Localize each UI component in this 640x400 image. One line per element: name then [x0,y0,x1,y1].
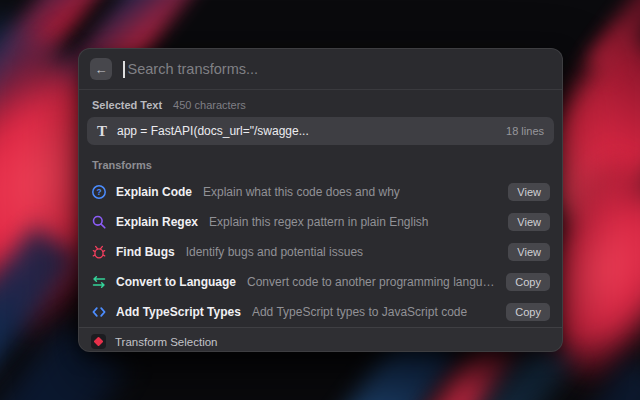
app-logo-icon [91,334,106,349]
transform-title: Explain Regex [116,215,198,229]
character-count: 450 characters [173,99,246,111]
swap-arrows-icon [91,274,107,290]
transform-title: Convert to Language [116,275,236,289]
transform-row-find-bugs[interactable]: Find Bugs Identify bugs and potential is… [79,237,562,267]
svg-text:?: ? [96,187,101,197]
transforms-section-header: Transforms [79,147,562,177]
palette-footer: Transform Selection [79,327,562,352]
view-button[interactable]: View [508,213,550,231]
section-label: Selected Text [92,99,162,111]
transform-description: Explain this regex pattern in plain Engl… [209,215,428,229]
view-button[interactable]: View [508,183,550,201]
footer-title: Transform Selection [115,336,217,348]
transform-title: Find Bugs [116,245,175,259]
question-circle-icon: ? [91,184,107,200]
wallpaper-streak [560,357,640,400]
bug-icon [91,244,107,260]
command-palette: ← Search transforms... Selected Text 450… [78,48,563,352]
section-label: Transforms [92,159,152,171]
transform-row-convert-language[interactable]: Convert to Language Convert code to anot… [79,267,562,297]
back-arrow-icon: ← [95,63,108,76]
copy-button[interactable]: Copy [506,303,550,321]
selected-text-row[interactable]: T app = FastAPI(docs_url="/swagge... 18 … [87,117,554,145]
text-caret [123,61,125,78]
transform-row-add-typescript[interactable]: Add TypeScript Types Add TypeScript type… [79,297,562,327]
transform-description: Add TypeScript types to JavaScript code [252,305,467,319]
transform-title: Explain Code [116,185,192,199]
transform-title: Add TypeScript Types [116,305,241,319]
transform-description: Explain what this code does and why [203,185,400,199]
transform-description: Identify bugs and potential issues [186,245,363,259]
wallpaper-streak [586,0,640,78]
copy-button[interactable]: Copy [506,273,550,291]
transform-row-explain-code[interactable]: ? Explain Code Explain what this code do… [79,177,562,207]
selected-text-preview: app = FastAPI(docs_url="/swagge... [117,124,309,138]
code-brackets-icon [91,304,107,320]
search-input[interactable]: Search transforms... [128,61,259,77]
line-count: 18 lines [506,125,544,137]
text-icon: T [97,123,107,140]
wallpaper-streak [0,225,78,385]
selected-text-section-header: Selected Text 450 characters [79,90,562,111]
desktop-background: ← Search transforms... Selected Text 450… [0,0,640,400]
view-button[interactable]: View [508,243,550,261]
search-bar: ← Search transforms... [79,49,562,89]
magnifier-icon [91,214,107,230]
transform-description: Convert code to another programming lang… [247,275,497,289]
back-button[interactable]: ← [90,58,112,80]
transform-row-explain-regex[interactable]: Explain Regex Explain this regex pattern… [79,207,562,237]
diamond-icon [94,337,104,347]
